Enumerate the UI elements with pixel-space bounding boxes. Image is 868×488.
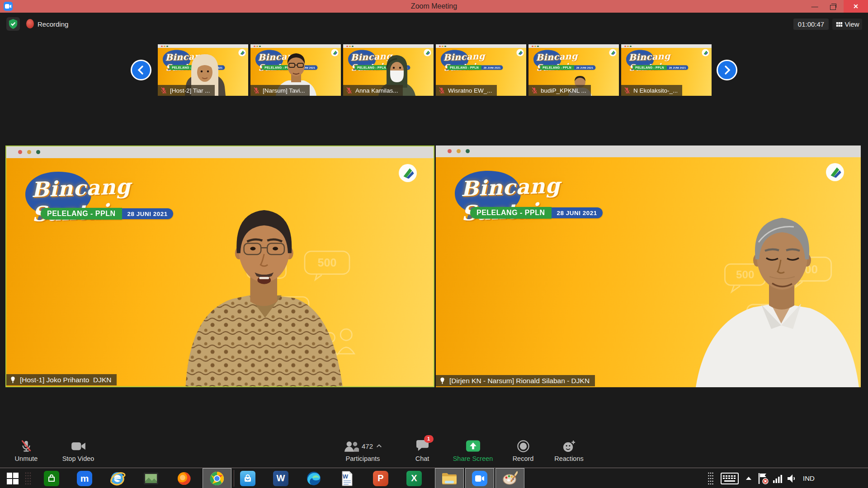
record-button[interactable]: Record: [505, 438, 541, 466]
main-video-speaker[interactable]: Bincang Santai PELELANG - PPLN28 JUNI 20…: [436, 145, 861, 387]
participant-name-label: [Narsum] Tavi...: [250, 85, 310, 96]
djkn-badge-icon: [238, 49, 246, 56]
chat-button[interactable]: 1 Chat: [404, 438, 440, 466]
encryption-shield-icon[interactable]: [6, 17, 20, 31]
stop-video-button[interactable]: Stop Video: [56, 438, 101, 466]
participant-name-label: [Dirjen KN - Narsum] Rionald Silaban - D…: [436, 375, 595, 386]
taskbar-item-wordpad-doc[interactable]: W: [336, 468, 358, 488]
djkn-badge-icon: [516, 49, 524, 56]
taskbar-item-bag-app[interactable]: [237, 468, 259, 488]
participants-count: 472: [362, 442, 373, 450]
meeting-control-bar: Unmute Stop Video 472 Participant: [0, 433, 868, 468]
mic-muted-icon: [346, 87, 352, 94]
tray-dots-icon[interactable]: [705, 468, 716, 488]
mic-muted-icon: [19, 439, 33, 453]
view-button[interactable]: View: [832, 19, 862, 30]
unmute-button[interactable]: Unmute: [8, 438, 44, 466]
volume-icon[interactable]: [785, 468, 799, 488]
mic-muted-icon: [160, 87, 167, 94]
word-icon: W: [273, 471, 288, 486]
reactions-icon: [562, 440, 576, 453]
share-screen-icon: [466, 440, 481, 452]
windows-taskbar: m: [0, 468, 868, 488]
zoom-meeting-window: Zoom Meeting — ✕ Recording 01:00:47 View…: [0, 0, 868, 488]
start-button[interactable]: [2, 468, 24, 488]
taskbar-item-firefox[interactable]: [173, 468, 195, 488]
taskbar-item-powerpoint[interactable]: P: [370, 468, 392, 488]
djkn-badge-icon: [609, 49, 617, 56]
recording-label: Recording: [38, 20, 68, 28]
tray-expand-caret[interactable]: [742, 468, 755, 488]
participants-caret[interactable]: [376, 444, 382, 448]
recording-dot-icon: [26, 19, 34, 28]
restore-button[interactable]: [824, 0, 842, 13]
internet-explorer-icon: [109, 470, 126, 487]
participant-thumbnail[interactable]: Bincang Santai PELELANG - PPLN28 JUNI 20…: [343, 44, 434, 96]
participant-video-person: [6, 146, 434, 386]
minimize-button[interactable]: —: [806, 0, 824, 13]
reactions-button[interactable]: Reactions: [547, 438, 590, 466]
close-button[interactable]: ✕: [844, 0, 868, 13]
camera-icon: [71, 441, 86, 451]
pin-icon: [9, 375, 16, 385]
taskbar-item-paint[interactable]: [495, 468, 524, 488]
taskbar-item-store[interactable]: [41, 468, 62, 488]
mic-muted-icon: [531, 87, 538, 94]
firefox-icon: [176, 470, 192, 487]
edge-icon: [306, 471, 321, 486]
window-title: Zoom Meeting: [0, 0, 868, 13]
meeting-timer: 01:00:47: [793, 19, 829, 30]
participant-name-label: N Ekolaksito-_...: [621, 85, 682, 96]
bincang-santai-logo: Bincang Santai PELELANG - PPLN28 JUNI 20…: [624, 49, 706, 74]
participant-thumbnail[interactable]: Bincang Santai PELELANG - PPLN28 JUNI 20…: [528, 44, 619, 96]
file-explorer-icon: [441, 472, 458, 485]
zoom-icon: [472, 471, 487, 486]
main-video-host[interactable]: Bincang Santai PELELANG - PPLN28 JUNI 20…: [5, 145, 434, 387]
participants-button[interactable]: 472 Participants: [335, 438, 391, 466]
chat-unread-badge: 1: [424, 435, 434, 443]
participant-thumbnail[interactable]: Bincang Santai PELELANG - PPLN28 JUNI 20…: [250, 44, 341, 96]
action-center-flag-icon[interactable]: [756, 468, 770, 488]
participants-icon: [344, 441, 359, 452]
language-indicator[interactable]: IND: [799, 468, 818, 488]
chevron-left-icon: [136, 65, 146, 75]
desktop-peek-dots-icon[interactable]: [22, 468, 34, 488]
participant-video-person: [436, 145, 861, 387]
pin-icon: [439, 376, 446, 385]
djkn-badge-icon: [398, 164, 417, 183]
taskbar-item-edge[interactable]: [303, 468, 325, 488]
photos-icon: [143, 472, 159, 485]
participant-name-label: [Host-1] Joko Prihanto DJKN: [6, 374, 117, 385]
mic-muted-icon: [624, 87, 630, 94]
djkn-badge-icon: [826, 163, 844, 182]
gallery-view-icon: [836, 22, 843, 27]
filmstrip-next-button[interactable]: [717, 60, 737, 80]
network-signal-icon[interactable]: [770, 468, 785, 488]
taskbar-item-internet-explorer[interactable]: [107, 468, 128, 488]
bincang-santai-logo: Bincang Santai PELELANG - PPLN28 JUNI 20…: [439, 49, 520, 74]
djkn-badge-icon: [702, 49, 709, 56]
windows-logo-icon: [6, 472, 19, 485]
mic-muted-icon: [439, 87, 445, 94]
bag-icon: [240, 471, 255, 486]
taskbar-item-file-explorer[interactable]: [435, 468, 464, 488]
participant-name-label: [Host-2] Tiar ...: [158, 85, 215, 96]
mic-muted-icon: [253, 87, 259, 94]
taskbar-item-maxthon[interactable]: m: [74, 468, 95, 488]
participant-thumbnail[interactable]: Bincang Santai PELELANG - PPLN28 JUNI 20…: [436, 44, 526, 96]
taskbar-item-chrome[interactable]: [203, 468, 231, 488]
participant-name-label: Anna Kamilas...: [343, 85, 403, 96]
taskbar-item-excel[interactable]: X: [403, 468, 425, 488]
chrome-icon: [209, 471, 225, 486]
participant-thumbnail[interactable]: Bincang Santai PELELANG - PPLN28 JUNI 20…: [621, 44, 712, 96]
participant-thumbnail[interactable]: Bincang Santai PELELANG - PPLN28 JUNI 20…: [158, 44, 248, 96]
filmstrip-prev-button[interactable]: [131, 60, 151, 80]
virtual-bg-titlebar: [621, 44, 712, 48]
taskbar-item-word[interactable]: W: [270, 468, 292, 488]
touch-keyboard-icon[interactable]: [718, 468, 741, 488]
share-screen-button[interactable]: Share Screen: [448, 438, 498, 466]
powerpoint-icon: P: [373, 471, 388, 486]
taskbar-item-photos[interactable]: [140, 468, 162, 488]
taskbar-item-zoom[interactable]: [465, 468, 494, 488]
chevron-right-icon: [722, 65, 732, 75]
